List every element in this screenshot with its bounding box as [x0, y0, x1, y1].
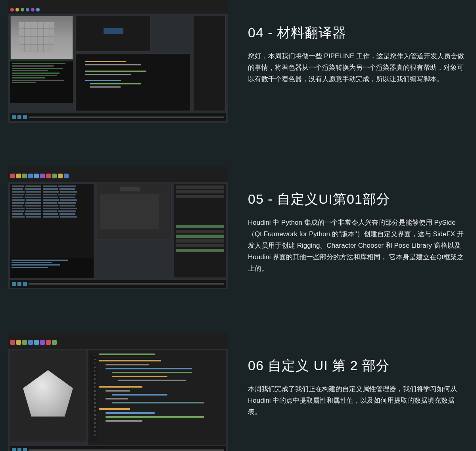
thumbnail-05[interactable]	[8, 166, 228, 289]
lesson-title: 06 自定义 UI 第 2 部分	[248, 357, 468, 375]
lesson-title: 05 - 自定义UI第01部分	[248, 190, 468, 208]
lesson-row-06: 3334353637383940414243444546474849505152…	[8, 333, 468, 451]
lesson-text-05: 05 - 自定义UI第01部分 Houdini 中 Python 集成的一个非常…	[248, 166, 468, 274]
lesson-row-04: 04 - 材料翻译器 您好，本周我们将做一些 PIPELINE 工作，这是您作为…	[8, 0, 468, 123]
thumbnail-04[interactable]	[8, 0, 228, 123]
lesson-body: Houdini 中 Python 集成的一个非常令人兴奋的部分是能够使用 PyS…	[248, 217, 468, 274]
lesson-title: 04 - 材料翻译器	[248, 24, 468, 42]
lesson-text-04: 04 - 材料翻译器 您好，本周我们将做一些 PIPELINE 工作，这是您作为…	[248, 0, 468, 85]
lesson-text-06: 06 自定义 UI 第 2 部分 本周我们完成了我们正在构建的自定义属性管理器，…	[248, 333, 468, 418]
lesson-body: 您好，本周我们将做一些 PIPELINE 工作，这是您作为管道开发人员会做的事情…	[248, 51, 468, 85]
lesson-body: 本周我们完成了我们正在构建的自定义属性管理器，我们将学习如何从 Houdini …	[248, 384, 468, 418]
thumbnail-06[interactable]: 3334353637383940414243444546474849505152…	[8, 333, 228, 451]
lesson-row-05: 05 - 自定义UI第01部分 Houdini 中 Python 集成的一个非常…	[8, 166, 468, 289]
